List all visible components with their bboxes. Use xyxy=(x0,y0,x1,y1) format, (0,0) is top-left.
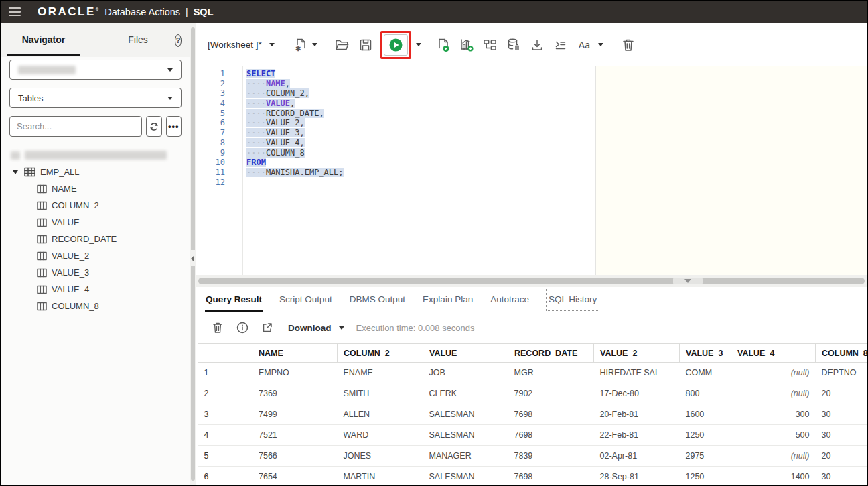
download-results-button[interactable]: Download xyxy=(288,323,332,333)
grid-cell[interactable]: JONES xyxy=(338,446,423,467)
editor-line-12[interactable] xyxy=(246,178,595,188)
grid-cell[interactable]: (null) xyxy=(731,446,816,467)
run-script-button[interactable] xyxy=(435,36,452,54)
grid-cell[interactable]: SMITH xyxy=(338,383,423,404)
grid-cell[interactable]: 7698 xyxy=(508,467,594,485)
editor-line-11[interactable]: ····MANISHA.EMP_ALL; xyxy=(246,168,595,178)
run-statement-button[interactable] xyxy=(384,34,408,56)
grid-cell[interactable]: SALESMAN xyxy=(423,467,508,485)
hamburger-menu-icon[interactable] xyxy=(9,7,21,16)
clear-worksheet-button[interactable] xyxy=(620,36,637,54)
grid-cell[interactable]: 7521 xyxy=(252,425,338,446)
refresh-button[interactable] xyxy=(146,116,162,137)
font-size-button[interactable]: Aa xyxy=(579,36,590,54)
grid-cell[interactable]: CLERK xyxy=(423,383,508,404)
grid-cell[interactable]: MANAGER xyxy=(423,446,508,467)
grid-col-header-value[interactable]: VALUE xyxy=(423,344,508,363)
results-tab-explain-plan[interactable]: Explain Plan xyxy=(422,287,474,312)
grid-cell[interactable]: SALESMAN xyxy=(423,404,508,425)
grid-cell[interactable]: MGR xyxy=(508,363,594,383)
grid-col-header-value_4[interactable]: VALUE_4 xyxy=(731,344,816,363)
grid-cell[interactable]: 500 xyxy=(731,425,816,446)
grid-cell[interactable]: ALLEN xyxy=(338,404,423,425)
editor-line-8[interactable]: ····VALUE_4, xyxy=(246,138,595,148)
help-icon[interactable]: ? xyxy=(175,34,182,47)
tree-expand-icon[interactable] xyxy=(13,170,18,174)
new-worksheet-button[interactable]: ✱ xyxy=(292,36,309,54)
grid-row-3[interactable]: 37499ALLENSALESMAN769820-Feb-81160030030 xyxy=(198,404,868,425)
editor-line-7[interactable]: ····VALUE_3, xyxy=(246,128,595,138)
editor-line-5[interactable]: ····RECORD_DATE, xyxy=(246,109,595,119)
grid-cell[interactable]: MARTIN xyxy=(338,467,423,485)
collapse-sidebar-icon[interactable] xyxy=(191,255,194,262)
grid-cell[interactable]: EMPNO xyxy=(252,363,338,383)
editor-line-3[interactable]: ····COLUMN_2, xyxy=(246,88,595,99)
grid-cell[interactable]: JOB xyxy=(423,363,508,383)
grid-cell[interactable]: 7698 xyxy=(508,425,594,446)
open-in-new-button[interactable] xyxy=(259,320,275,336)
grid-cell[interactable]: HIREDATE SAL xyxy=(594,363,680,383)
grid-row-6[interactable]: 67654MARTINSALESMAN769828-Sep-8112501400… xyxy=(198,467,868,485)
worksheet-title[interactable]: [Worksheet ]* xyxy=(208,40,262,50)
autotrace-button[interactable] xyxy=(458,36,476,54)
grid-cell[interactable]: 7369 xyxy=(252,383,338,404)
save-button[interactable] xyxy=(357,36,374,54)
results-tab-dbms-output[interactable]: DBMS Output xyxy=(349,287,406,312)
download-caret[interactable] xyxy=(339,326,344,330)
grid-col-header-name[interactable]: NAME xyxy=(252,344,338,363)
results-tab-query-result[interactable]: Query Result xyxy=(205,287,263,312)
grid-cell[interactable]: SALESMAN xyxy=(423,425,508,446)
collapse-results-icon[interactable] xyxy=(684,279,691,283)
worksheet-menu-caret[interactable] xyxy=(267,36,277,54)
info-button[interactable] xyxy=(234,320,250,336)
tree-root-redacted[interactable] xyxy=(1,147,190,164)
grid-cell[interactable]: 7698 xyxy=(508,404,594,425)
grid-col-header-column_8[interactable]: COLUMN_8 xyxy=(816,344,868,363)
grid-row-2[interactable]: 27369SMITHCLERK790217-Dec-80800(null)20 xyxy=(198,383,868,404)
grid-row-4[interactable]: 47521WARDSALESMAN769822-Feb-81125050030 xyxy=(198,425,868,446)
grid-cell[interactable]: 30 xyxy=(816,467,868,485)
grid-cell[interactable]: 1250 xyxy=(680,425,731,446)
grid-cell[interactable]: 7902 xyxy=(508,383,594,404)
tree-item-column-value_3[interactable]: VALUE_3 xyxy=(1,264,190,281)
sidebar-tab-files[interactable]: Files xyxy=(101,23,175,57)
editor-line-6[interactable]: ····VALUE_2, xyxy=(246,118,595,128)
grid-col-header-column_2[interactable]: COLUMN_2 xyxy=(338,344,423,363)
grid-cell[interactable]: COMM xyxy=(680,363,731,383)
result-grid-container[interactable]: NAMECOLUMN_2VALUERECORD_DATEVALUE_2VALUE… xyxy=(198,343,868,485)
grid-cell[interactable]: 02-Apr-81 xyxy=(594,446,680,467)
sidebar-splitter[interactable] xyxy=(190,23,196,485)
grid-cell[interactable]: 20 xyxy=(816,446,868,467)
open-file-button[interactable] xyxy=(334,36,351,54)
font-size-caret[interactable] xyxy=(595,36,606,54)
format-button[interactable] xyxy=(552,36,569,54)
grid-cell[interactable]: 2975 xyxy=(680,446,731,467)
editor-line-1[interactable]: SELECT xyxy=(246,69,595,79)
grid-cell[interactable]: 30 xyxy=(816,404,868,425)
grid-row-5[interactable]: 57566JONESMANAGER783902-Apr-812975(null)… xyxy=(198,446,868,467)
grid-cell[interactable]: 7566 xyxy=(252,446,338,467)
discard-results-button[interactable] xyxy=(210,320,226,336)
grid-cell[interactable]: 20 xyxy=(816,383,868,404)
grid-cell[interactable]: ENAME xyxy=(338,363,423,383)
grid-cell[interactable]: 22-Feb-81 xyxy=(594,425,680,446)
sql-editor[interactable]: 123456789101112 SELECT····NAME,····COLUM… xyxy=(196,66,868,275)
editor-line-10[interactable]: FROM xyxy=(246,158,595,168)
grid-cell[interactable]: 30 xyxy=(816,425,868,446)
grid-cell[interactable]: 28-Sep-81 xyxy=(594,467,680,485)
tree-item-column-value_4[interactable]: VALUE_4 xyxy=(1,281,190,298)
grid-cell[interactable]: 800 xyxy=(680,383,731,404)
search-input[interactable] xyxy=(9,116,142,137)
grid-cell[interactable]: 1400 xyxy=(731,467,816,485)
tree-item-column-name[interactable]: NAME xyxy=(1,180,190,197)
object-type-select[interactable]: Tables xyxy=(9,88,182,108)
grid-cell[interactable]: 7654 xyxy=(252,467,338,485)
tree-item-column-value[interactable]: VALUE xyxy=(1,214,190,231)
tree-item-emp-all[interactable]: EMP_ALL xyxy=(1,164,190,180)
grid-cell[interactable]: 20-Feb-81 xyxy=(594,404,680,425)
grid-cell[interactable]: 1250 xyxy=(680,467,731,485)
grid-cell[interactable]: 7499 xyxy=(252,404,338,425)
tree-item-column-value_2[interactable]: VALUE_2 xyxy=(1,247,190,264)
grid-col-header-value_2[interactable]: VALUE_2 xyxy=(594,344,680,363)
download-editor-button[interactable] xyxy=(528,36,546,54)
